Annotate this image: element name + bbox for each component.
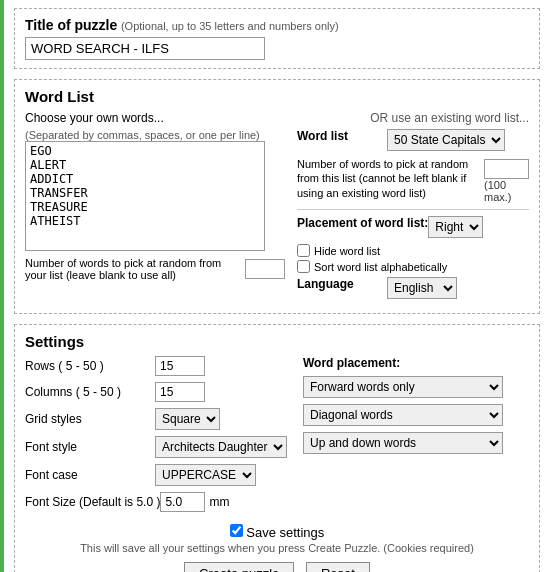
- wordlist-select-row: Word list 50 State Capitals Animals: [297, 129, 529, 151]
- font-size-input[interactable]: [160, 492, 205, 512]
- sort-alpha-row: Sort word list alphabetically: [297, 260, 529, 273]
- grid-select[interactable]: Square Circle: [155, 408, 220, 430]
- choose-label: Choose your own words...: [25, 111, 285, 125]
- language-row: Language English Spanish French: [297, 277, 529, 299]
- word-placement-label: Word placement:: [303, 356, 529, 370]
- words-textarea[interactable]: EGO ALERT ADDICT TRANSFER TREASURE ATHEI…: [25, 141, 265, 251]
- placement-label: Placement of word list:: [297, 216, 428, 230]
- existing-label: OR use an existing word list...: [297, 111, 529, 125]
- num-words-label: Number of words to pick at random from t…: [297, 157, 478, 200]
- settings-heading: Settings: [25, 333, 529, 350]
- save-note: This will save all your settings when yo…: [25, 542, 529, 554]
- rows-input[interactable]: [155, 356, 205, 376]
- sort-alpha-checkbox[interactable]: [297, 260, 310, 273]
- rows-label: Rows ( 5 - 50 ): [25, 359, 155, 373]
- pick-random-label: Number of words to pick at random from y…: [25, 257, 241, 281]
- save-row: Save settings: [25, 524, 529, 540]
- title-input[interactable]: [25, 37, 265, 60]
- settings-right: Word placement: Forward words only Forwa…: [303, 356, 529, 518]
- settings-section: Settings Rows ( 5 - 50 ) Columns ( 5 - 5…: [14, 324, 540, 572]
- font-case-row: Font case UPPERCASE lowercase: [25, 464, 287, 486]
- font-style-label: Font style: [25, 440, 155, 454]
- wordlist-heading: Word List: [25, 88, 529, 105]
- create-button[interactable]: Create puzzle: [184, 562, 294, 572]
- placement1-select[interactable]: Forward words only Forward and backward …: [303, 376, 503, 398]
- placement2-select[interactable]: Diagonal words No diagonal words: [303, 404, 503, 426]
- placement3-select[interactable]: Up and down words No up and down words: [303, 432, 503, 454]
- pick-random-row: Number of words to pick at random from y…: [25, 257, 285, 281]
- choose-sub: (Separated by commas, spaces, or one per…: [25, 129, 285, 141]
- title-label: Title of puzzle: [25, 17, 117, 33]
- grid-row: Grid styles Square Circle: [25, 408, 287, 430]
- font-style-select[interactable]: Architects Daughter Arial: [155, 436, 287, 458]
- hide-word-list-checkbox[interactable]: [297, 244, 310, 257]
- wordlist-right: OR use an existing word list... Word lis…: [297, 111, 529, 305]
- font-size-row: Font Size (Default is 5.0 ) mm: [25, 492, 287, 512]
- font-case-select[interactable]: UPPERCASE lowercase: [155, 464, 256, 486]
- title-note: (Optional, up to 35 letters and numbers …: [121, 20, 339, 32]
- hide-word-list-row: Hide word list: [297, 244, 529, 257]
- hide-word-list-label: Hide word list: [314, 245, 380, 257]
- font-style-row: Font style Architects Daughter Arial: [25, 436, 287, 458]
- save-label: Save settings: [246, 525, 324, 540]
- font-size-label: Font Size (Default is 5.0 ): [25, 495, 160, 509]
- settings-left: Rows ( 5 - 50 ) Columns ( 5 - 50 ) Grid …: [25, 356, 287, 518]
- num-words-max: (100 max.): [484, 179, 529, 203]
- word-list-select[interactable]: 50 State Capitals Animals: [387, 129, 505, 151]
- columns-row: Columns ( 5 - 50 ): [25, 382, 287, 402]
- action-buttons: Create puzzle Reset: [25, 562, 529, 572]
- columns-label: Columns ( 5 - 50 ): [25, 385, 155, 399]
- wordlist-left: Choose your own words... (Separated by c…: [25, 111, 285, 305]
- placement-row: Placement of word list: Right Left: [297, 216, 529, 238]
- rows-row: Rows ( 5 - 50 ): [25, 356, 287, 376]
- num-words-input[interactable]: [484, 159, 529, 179]
- language-label: Language: [297, 277, 387, 291]
- title-section: Title of puzzle (Optional, up to 35 lett…: [14, 8, 540, 69]
- language-select[interactable]: English Spanish French: [387, 277, 457, 299]
- reset-button[interactable]: Reset: [306, 562, 370, 572]
- sort-alpha-label: Sort word list alphabetically: [314, 261, 447, 273]
- font-size-unit: mm: [209, 495, 229, 509]
- divider: [297, 209, 529, 210]
- columns-input[interactable]: [155, 382, 205, 402]
- num-words-row: Number of words to pick at random from t…: [297, 157, 529, 203]
- save-checkbox[interactable]: [230, 524, 243, 537]
- word-list-label: Word list: [297, 129, 387, 143]
- grid-label: Grid styles: [25, 412, 155, 426]
- pick-random-input[interactable]: [245, 259, 285, 279]
- font-case-label: Font case: [25, 468, 155, 482]
- wordlist-section: Word List Choose your own words... (Sepa…: [14, 79, 540, 314]
- placement-select[interactable]: Right Left: [428, 216, 483, 238]
